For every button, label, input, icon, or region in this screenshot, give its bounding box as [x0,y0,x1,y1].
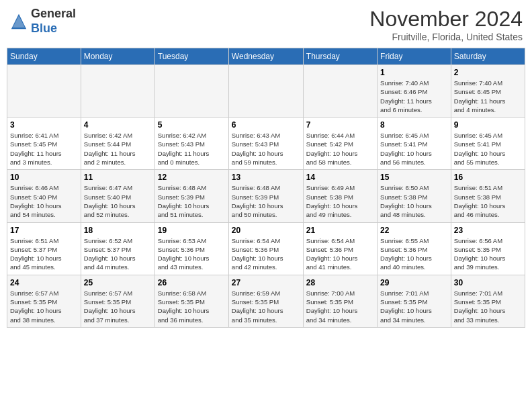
day-number: 5 [158,120,226,130]
page-header: General Blue November 2024 Fruitville, F… [7,7,525,42]
day-number: 9 [454,120,522,130]
weekday-header: Tuesday [154,48,228,65]
calendar-cell: 27Sunrise: 6:59 AM Sunset: 5:35 PM Dayli… [228,275,303,327]
day-info: Sunrise: 6:58 AM Sunset: 5:35 PM Dayligh… [158,289,226,324]
day-info: Sunrise: 6:41 AM Sunset: 5:45 PM Dayligh… [10,131,78,167]
calendar-week-row: 24Sunrise: 6:57 AM Sunset: 5:35 PM Dayli… [7,275,525,327]
calendar-cell: 19Sunrise: 6:53 AM Sunset: 5:36 PM Dayli… [154,222,228,275]
day-info: Sunrise: 6:51 AM Sunset: 5:37 PM Dayligh… [10,236,78,272]
calendar-cell: 6Sunrise: 6:43 AM Sunset: 5:43 PM Daylig… [228,118,303,170]
calendar-cell: 21Sunrise: 6:54 AM Sunset: 5:36 PM Dayli… [303,222,377,275]
day-number: 23 [454,226,522,235]
calendar-cell: 2Sunrise: 7:40 AM Sunset: 6:45 PM Daylig… [451,65,525,118]
day-number: 22 [380,226,448,235]
day-info: Sunrise: 6:42 AM Sunset: 5:44 PM Dayligh… [84,131,152,167]
day-number: 4 [84,120,152,130]
day-number: 29 [380,278,448,287]
day-number: 14 [306,173,374,182]
calendar-week-row: 17Sunrise: 6:51 AM Sunset: 5:37 PM Dayli… [7,222,525,275]
day-number: 20 [232,226,300,235]
calendar-cell: 20Sunrise: 6:54 AM Sunset: 5:36 PM Dayli… [228,222,303,275]
logo-blue-text: Blue [31,21,57,35]
weekday-header: Wednesday [228,48,303,65]
day-info: Sunrise: 7:01 AM Sunset: 5:35 PM Dayligh… [454,289,522,324]
day-number: 21 [306,226,374,235]
calendar-cell: 5Sunrise: 6:42 AM Sunset: 5:43 PM Daylig… [154,118,228,170]
day-number: 8 [380,120,448,130]
day-info: Sunrise: 7:01 AM Sunset: 5:35 PM Dayligh… [380,289,448,324]
calendar-cell: 23Sunrise: 6:56 AM Sunset: 5:35 PM Dayli… [451,222,525,275]
day-info: Sunrise: 6:44 AM Sunset: 5:42 PM Dayligh… [306,131,374,167]
weekday-header: Thursday [303,48,377,65]
calendar-cell: 17Sunrise: 6:51 AM Sunset: 5:37 PM Dayli… [7,222,81,275]
title-block: November 2024 Fruitville, Florida, Unite… [369,7,523,42]
day-number: 30 [454,278,522,287]
calendar-cell [228,65,303,118]
day-number: 7 [306,120,374,130]
weekday-header: Monday [81,48,154,65]
svg-marker-1 [13,15,25,27]
weekday-header: Saturday [451,48,525,65]
calendar-cell: 3Sunrise: 6:41 AM Sunset: 5:45 PM Daylig… [7,118,81,170]
calendar-cell: 7Sunrise: 6:44 AM Sunset: 5:42 PM Daylig… [303,118,377,170]
day-info: Sunrise: 7:40 AM Sunset: 6:45 PM Dayligh… [454,79,522,114]
day-number: 19 [158,226,226,235]
day-info: Sunrise: 6:53 AM Sunset: 5:36 PM Dayligh… [158,236,226,272]
calendar-cell [7,65,81,118]
day-number: 28 [306,278,374,287]
calendar-table: SundayMondayTuesdayWednesdayThursdayFrid… [7,48,525,328]
logo: General Blue [9,7,76,36]
calendar-cell: 22Sunrise: 6:55 AM Sunset: 5:36 PM Dayli… [378,222,451,275]
day-info: Sunrise: 6:56 AM Sunset: 5:35 PM Dayligh… [454,236,522,272]
calendar-cell: 26Sunrise: 6:58 AM Sunset: 5:35 PM Dayli… [154,275,228,327]
day-number: 26 [158,278,226,287]
calendar-cell: 28Sunrise: 7:00 AM Sunset: 5:35 PM Dayli… [303,275,377,327]
day-info: Sunrise: 6:54 AM Sunset: 5:36 PM Dayligh… [306,236,374,272]
location-text: Fruitville, Florida, United States [369,32,523,42]
day-info: Sunrise: 6:48 AM Sunset: 5:39 PM Dayligh… [232,183,300,219]
day-info: Sunrise: 6:51 AM Sunset: 5:38 PM Dayligh… [454,183,522,219]
calendar-cell: 14Sunrise: 6:49 AM Sunset: 5:38 PM Dayli… [303,170,377,222]
day-info: Sunrise: 6:57 AM Sunset: 5:35 PM Dayligh… [10,289,78,324]
day-number: 1 [380,68,448,77]
weekday-header: Sunday [7,48,81,65]
day-info: Sunrise: 6:59 AM Sunset: 5:35 PM Dayligh… [232,289,300,324]
day-number: 12 [158,173,226,182]
day-info: Sunrise: 6:48 AM Sunset: 5:39 PM Dayligh… [158,183,226,219]
calendar-cell: 30Sunrise: 7:01 AM Sunset: 5:35 PM Dayli… [451,275,525,327]
calendar-cell: 1Sunrise: 7:40 AM Sunset: 6:46 PM Daylig… [378,65,451,118]
day-info: Sunrise: 6:50 AM Sunset: 5:38 PM Dayligh… [380,183,448,219]
logo-icon [9,12,28,31]
weekday-header: Friday [378,48,451,65]
day-info: Sunrise: 6:45 AM Sunset: 5:41 PM Dayligh… [380,131,448,167]
day-info: Sunrise: 6:52 AM Sunset: 5:37 PM Dayligh… [84,236,152,272]
day-number: 3 [10,120,78,130]
calendar-cell [154,65,228,118]
day-number: 24 [10,278,78,287]
day-number: 17 [10,226,78,235]
calendar-cell: 16Sunrise: 6:51 AM Sunset: 5:38 PM Dayli… [451,170,525,222]
calendar-week-row: 10Sunrise: 6:46 AM Sunset: 5:40 PM Dayli… [7,170,525,222]
day-info: Sunrise: 6:42 AM Sunset: 5:43 PM Dayligh… [158,131,226,167]
calendar-cell: 25Sunrise: 6:57 AM Sunset: 5:35 PM Dayli… [81,275,154,327]
day-info: Sunrise: 7:00 AM Sunset: 5:35 PM Dayligh… [306,289,374,324]
day-number: 16 [454,173,522,182]
calendar-cell: 12Sunrise: 6:48 AM Sunset: 5:39 PM Dayli… [154,170,228,222]
day-info: Sunrise: 6:46 AM Sunset: 5:40 PM Dayligh… [10,183,78,219]
logo-general-text: General [31,7,76,20]
calendar-cell: 29Sunrise: 7:01 AM Sunset: 5:35 PM Dayli… [378,275,451,327]
day-info: Sunrise: 7:40 AM Sunset: 6:46 PM Dayligh… [380,79,448,114]
calendar-week-row: 3Sunrise: 6:41 AM Sunset: 5:45 PM Daylig… [7,118,525,170]
day-number: 25 [84,278,152,287]
day-number: 15 [380,173,448,182]
calendar-cell: 4Sunrise: 6:42 AM Sunset: 5:44 PM Daylig… [81,118,154,170]
day-info: Sunrise: 6:45 AM Sunset: 5:41 PM Dayligh… [454,131,522,167]
day-number: 2 [454,68,522,77]
weekday-header-row: SundayMondayTuesdayWednesdayThursdayFrid… [7,48,525,65]
day-number: 13 [232,173,300,182]
day-number: 10 [10,173,78,182]
day-number: 6 [232,120,300,130]
calendar-cell: 10Sunrise: 6:46 AM Sunset: 5:40 PM Dayli… [7,170,81,222]
day-info: Sunrise: 6:55 AM Sunset: 5:36 PM Dayligh… [380,236,448,272]
calendar-cell [81,65,154,118]
